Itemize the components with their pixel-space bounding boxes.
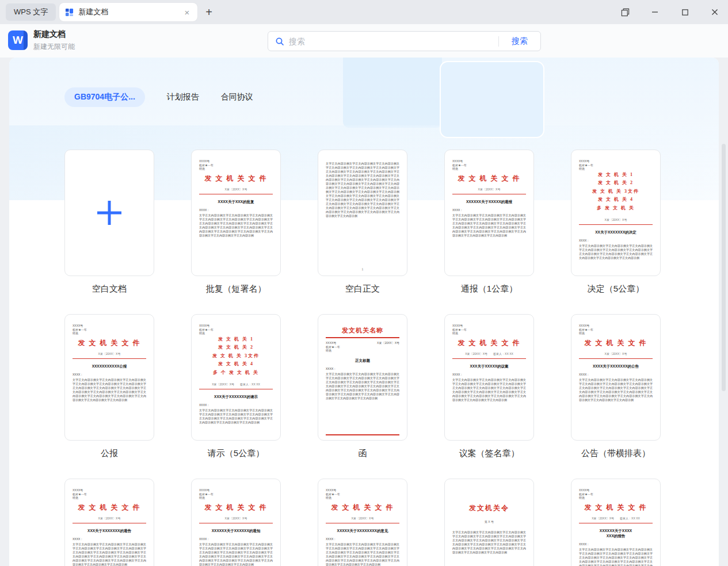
doc-red-title: 发 文 机 关 文 件 (452, 338, 526, 348)
template-card[interactable]: XXXX号机密★一年特急发 文 机 关 1发 文 机 关 2发 文 机 关 3文… (191, 314, 281, 441)
doc-ref-line: X发〔20XX〕X号 (199, 517, 273, 520)
doc-signer: 签发人：XX XX (493, 352, 513, 355)
template-card[interactable]: 发文机关令第 X 号文字正文内容示例文字正文内容示例文字正文内容示例文字正文内容… (444, 479, 534, 566)
template-label: 空白正文 (318, 284, 407, 295)
doc-meta-left: XXXX号机密★一年特急 (326, 341, 340, 353)
maximize-button[interactable] (677, 5, 692, 20)
template-cell: XXXX号机密★一年特急发 文 机 关 文 件X发〔20XX〕X号XXXXX关于… (318, 479, 407, 566)
doc-ref-number: X发〔20XX〕X号 (212, 383, 234, 386)
doc-decree-title: 发文机关令 (452, 503, 526, 513)
page-subtitle: 新建无限可能 (33, 42, 75, 52)
template-label: 公告（带横排表） (571, 448, 661, 459)
tab-contract[interactable]: 合同协议 (221, 92, 253, 102)
template-label: 函 (318, 448, 407, 459)
template-label: 公报 (64, 448, 154, 459)
doc-meta-lines: XXXX号机密★一年特急 (579, 324, 653, 335)
template-cell: XXXX号机密★一年特急发 文 机 关 文 件X发〔20XX〕X号签发人：XX … (571, 479, 661, 566)
doc-decree-number: 第 X 号 (452, 520, 526, 523)
doc-org-line: 发 文 机 关 2 (199, 343, 273, 352)
doc-heading: XXXXXX关于XXXX XXX的报告 (579, 529, 653, 539)
template-card[interactable] (64, 150, 154, 276)
tab-plan-report[interactable]: 计划报告 (167, 92, 199, 102)
window-manage-button[interactable] (618, 5, 632, 20)
template-card[interactable]: XXXX号机密★一年特急发 文 机 关 文 件X发〔20XX〕X号签发人：XX … (444, 314, 534, 441)
doc-salutation: XXXX： (452, 373, 526, 376)
template-card[interactable]: XXXX号机密★一年特急发 文 机 关 文 件X发〔20XX〕X号签发人：XX … (571, 479, 661, 566)
doc-red-rule (579, 523, 653, 523)
app-menu-label: WPS 文字 (14, 7, 48, 17)
tab-gb9704-label: GB9704电子公... (74, 92, 135, 102)
template-card[interactable]: XXXX号机密★一年特急发 文 机 关 文 件X发〔20XX〕X号XXXXXXX… (64, 314, 154, 441)
new-tab-button[interactable]: + (205, 6, 212, 19)
template-label: 空白文档 (64, 284, 154, 295)
tab-contract-label: 合同协议 (221, 92, 253, 101)
doc-salutation: XXXX： (326, 537, 399, 541)
new-doc-grid-icon (65, 8, 74, 17)
template-card[interactable]: XXXX号机密★一年特急发 文 机 关 1发 文 机 关 2发 文 机 关 3文… (571, 150, 661, 276)
doc-salutation: XXXX： (73, 537, 146, 541)
vertical-scrollbar[interactable] (722, 144, 726, 391)
close-tab-icon[interactable]: × (182, 7, 192, 18)
doc-ref-number: X发〔20XX〕X号 (605, 218, 627, 221)
doc-meta-right: X发〔20XX〕X号 (377, 341, 399, 353)
doc-meta-lines: XXXX号机密★一年特急 (579, 488, 653, 500)
decorative-card (440, 61, 544, 138)
template-label: 批复（短署名） (191, 284, 281, 295)
template-card[interactable]: XXXX号机密★一年特急发 文 机 关 文 件X发〔20XX〕X号XXXXXX关… (444, 150, 534, 276)
template-card[interactable]: XXXX号机密★一年特急发 文 机 关 文 件X发〔20XX〕X号XXXX关于X… (571, 314, 661, 441)
close-icon (711, 8, 719, 16)
doc-heading: XXX关于XXXXXXX的通告 (73, 529, 146, 534)
doc-ref-number: X发〔20XX〕X号 (225, 188, 247, 191)
app-menu-button[interactable]: WPS 文字 (6, 3, 56, 21)
doc-red-title: 发 文 机 关 文 件 (579, 338, 653, 348)
doc-salutation: XXXX： (579, 239, 653, 242)
template-card[interactable]: 文字正文内容示例文字正文内容示例文字正文内容示例文字正文内容示例文字正文内容示例… (318, 150, 407, 276)
close-window-button[interactable] (707, 5, 722, 20)
doc-heading: XX关于XXXXXXX的决定 (579, 230, 653, 235)
doc-ref-line: X发〔20XX〕X号 (579, 218, 653, 221)
doc-preview: XXXX号机密★一年特急发 文 机 关 文 件X发〔20XX〕X号XXXX关于X… (192, 150, 280, 276)
doc-org-line: 发 文 机 关 4 (199, 360, 273, 369)
doc-ref-line: X发〔20XX〕X号 (73, 517, 146, 520)
doc-heading: XXXXX关于XXXXXXXX的意见 (326, 529, 399, 534)
template-cell: XXXX号机密★一年特急发 文 机 关 1发 文 机 关 2发 文 机 关 3文… (191, 314, 281, 479)
doc-body-text: 文字正文内容示例文字正文内容示例文字正文内容示例文字正文内容示例文字正文内容示例… (579, 548, 653, 566)
template-label: 请示（5公章） (191, 448, 281, 459)
doc-meta-line: 特急 (199, 167, 273, 171)
template-card[interactable]: 发文机关名称XXXX号机密★一年特急X发〔20XX〕X号正文标题XXXX：文字正… (318, 314, 407, 441)
doc-ref-line: X发〔20XX〕X号签发人：XX XX (199, 383, 273, 386)
doc-meta-line: 特急 (579, 496, 653, 500)
template-card[interactable]: XXXX号机密★一年特急发 文 机 关 文 件X发〔20XX〕X号XXXXXX关… (191, 479, 281, 566)
doc-meta-lines: XXXX号机密★一年特急 (452, 324, 526, 335)
header-titles: 新建文档 新建无限可能 (33, 29, 75, 52)
doc-meta-line: 特急 (452, 331, 526, 335)
template-grid: 空白文档XXXX号机密★一年特急发 文 机 关 文 件X发〔20XX〕X号XXX… (64, 150, 661, 566)
search-input[interactable] (289, 37, 498, 46)
template-cell: XXXX号机密★一年特急发 文 机 关 文 件X发〔20XX〕X号XXXX关于X… (571, 314, 661, 479)
plus-icon (93, 196, 126, 230)
doc-body-text: 文字正文内容示例文字正文内容示例文字正文内容示例文字正文内容示例文字正文内容示例… (326, 542, 399, 566)
search-bar: 搜索 (268, 31, 541, 51)
doc-red-rule (326, 337, 399, 338)
doc-ref-line: X发〔20XX〕X号 (579, 352, 653, 355)
tab-gb9704[interactable]: GB9704电子公... (64, 87, 145, 107)
minimize-button[interactable] (647, 5, 662, 20)
doc-heading: XXX关于XXXXXXX的请示 (199, 395, 273, 400)
doc-meta-line: 特急 (326, 349, 340, 353)
template-card[interactable]: XXXX号机密★一年特急发 文 机 关 文 件X发〔20XX〕X号XXXXX关于… (318, 479, 407, 566)
page-header: W 新建文档 新建无限可能 搜索 (0, 24, 728, 58)
window-controls (618, 0, 722, 24)
doc-meta-lines: XXXX号机密★一年特急 (199, 488, 273, 500)
template-card[interactable]: XXXX号机密★一年特急发 文 机 关 文 件X发〔20XX〕X号XXXX关于X… (191, 150, 281, 276)
doc-body-text: 文字正文内容示例文字正文内容示例文字正文内容示例文字正文内容示例文字正文内容示例… (579, 244, 653, 271)
doc-preview: 发文机关令第 X 号文字正文内容示例文字正文内容示例文字正文内容示例文字正文内容… (445, 479, 533, 566)
doc-body-text: 文字正文内容示例文字正文内容示例文字正文内容示例文字正文内容示例文字正文内容示例… (452, 213, 526, 271)
document-tab[interactable]: 新建文档 × (59, 3, 197, 21)
doc-heading: XXXX关于XXXXXXX的公告 (579, 364, 653, 369)
search-icon (275, 37, 284, 46)
doc-org-line: 发 文 机 关 3文件 (199, 352, 273, 361)
doc-bottom-red-rule (326, 434, 399, 435)
titlebar: WPS 文字 新建文档 × + (0, 0, 728, 24)
search-button[interactable]: 搜索 (499, 36, 540, 47)
template-card[interactable]: XXXX号机密★一年特急发 文 机 关 文 件X发〔20XX〕X号XXX关于XX… (64, 479, 154, 566)
